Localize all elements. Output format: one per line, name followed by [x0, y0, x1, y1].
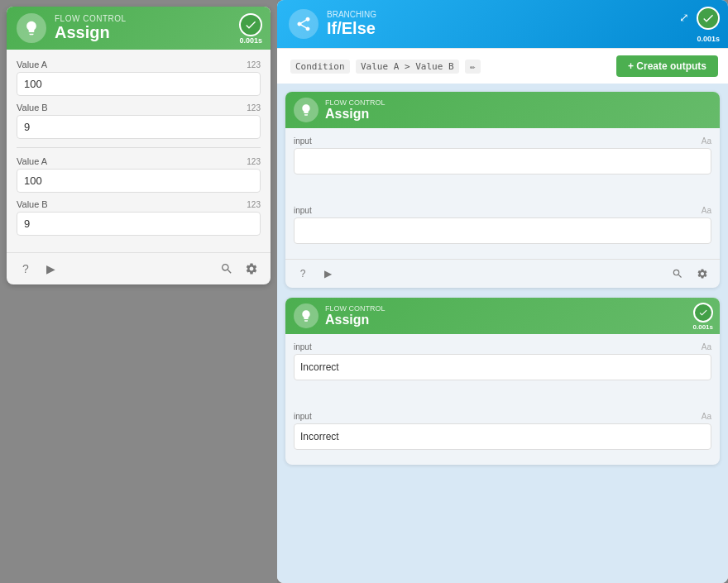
ifelse-badge-time: 0.001s	[697, 35, 720, 43]
inner-input-1a[interactable]	[294, 148, 711, 174]
value-a-input-1[interactable]	[17, 72, 261, 96]
inner-card-1-body: input Aa input Aa	[285, 128, 720, 259]
value-b-input-1[interactable]	[17, 115, 261, 139]
inner-card-1-label: Flow Control	[325, 98, 386, 107]
inner-card-1-footer: ? ▶	[285, 259, 720, 288]
field-group-2-value-b: Value B 123	[17, 199, 261, 236]
value-a-label-2: Value A	[17, 156, 47, 166]
footer-right	[218, 260, 261, 278]
inner-card-1-header: Flow Control Assign	[285, 92, 720, 128]
share-icon	[289, 9, 318, 39]
value-a-count-1: 123	[247, 60, 261, 69]
value-b-count-2: 123	[247, 200, 261, 209]
inner-card-1-title: Assign	[325, 107, 386, 122]
inner-spacer-1	[294, 181, 711, 206]
inner-card-2-label: Flow Control	[325, 304, 386, 313]
inner-hint-2a: Aa	[702, 342, 711, 351]
field-group-2-value-a: Value A 123	[17, 156, 261, 193]
create-outputs-button[interactable]: + Create outputs	[616, 55, 718, 77]
help-icon[interactable]: ?	[17, 260, 35, 278]
field-group-1-value-b: Value B 123	[17, 103, 261, 139]
value-a-label-1: Value A	[17, 60, 47, 69]
inner-hint-1a: Aa	[702, 136, 711, 146]
value-b-count-1: 123	[247, 103, 261, 112]
condition-text: Condition Value A > Value B ✏	[287, 60, 481, 72]
inner-field-2-b: input Aa	[294, 412, 711, 450]
left-card-header: Flow Control Assign 0.001s	[7, 7, 271, 50]
left-assign-card: Flow Control Assign 0.001s Value A 123 V…	[7, 7, 271, 284]
value-a-input-2[interactable]	[17, 169, 261, 193]
inner-field-1-a: input Aa	[294, 136, 711, 174]
lightbulb-icon	[17, 13, 46, 43]
play-icon-1[interactable]: ▶	[318, 265, 337, 283]
settings-icon[interactable]	[242, 260, 261, 278]
inner-assign-card-1: Flow Control Assign input Aa	[285, 92, 720, 288]
left-card-footer: ? ▶	[7, 252, 271, 284]
condition-value: Value A > Value B	[356, 60, 459, 74]
play-icon[interactable]: ▶	[41, 260, 60, 278]
inner-footer-left-1: ? ▶	[294, 265, 337, 283]
value-b-label-2: Value B	[17, 199, 48, 209]
inner-input-2a[interactable]	[294, 354, 711, 380]
ifelse-header-title: If/Else	[327, 19, 716, 38]
field-group-1-value-a: Value A 123	[17, 60, 261, 96]
condition-label: Condition	[290, 60, 350, 74]
inner-label-2b: input	[294, 412, 312, 421]
ifelse-card: Branching If/Else ⤢ 0.001s Condition Val…	[277, 0, 728, 583]
ifelse-header: Branching If/Else ⤢ 0.001s	[277, 0, 728, 48]
ifelse-check-badge	[697, 7, 720, 30]
inner-label-2a: input	[294, 342, 312, 351]
inner-input-1b[interactable]	[294, 217, 711, 244]
left-panel: Flow Control Assign 0.001s Value A 123 V…	[0, 0, 277, 583]
inner-card-2-header-text: Flow Control Assign	[325, 304, 386, 327]
lightbulb-icon-1	[294, 98, 318, 122]
inner-card-2-header: Flow Control Assign 0.001s	[285, 298, 720, 334]
value-b-label-1: Value B	[17, 103, 48, 112]
inner-card-2-check-badge	[693, 303, 713, 323]
check-badge	[239, 13, 262, 36]
help-icon-1[interactable]: ?	[294, 265, 312, 283]
lightbulb-icon-2	[294, 303, 318, 328]
inner-field-1-b: input Aa	[294, 206, 711, 244]
condition-edit-icon[interactable]: ✏	[465, 60, 481, 74]
condition-bar: Condition Value A > Value B ✏ + Create o…	[277, 48, 728, 84]
left-card-body: Value A 123 Value B 123 Value A 123	[7, 50, 271, 252]
inner-hint-2b: Aa	[702, 412, 711, 421]
inner-assign-card-2: Flow Control Assign 0.001s input Aa	[285, 298, 720, 465]
divider	[17, 147, 261, 148]
footer-left: ? ▶	[17, 260, 60, 278]
value-a-count-2: 123	[247, 157, 261, 166]
settings-icon-1[interactable]	[693, 265, 711, 283]
ifelse-header-text: Branching If/Else	[327, 10, 716, 38]
badge-time: 0.001s	[239, 36, 262, 45]
inner-label-1a: input	[294, 136, 312, 146]
inner-hint-1b: Aa	[702, 206, 711, 215]
search-icon[interactable]	[218, 260, 236, 278]
right-panel: Branching If/Else ⤢ 0.001s Condition Val…	[277, 0, 728, 583]
inner-footer-right-1	[668, 265, 711, 283]
inner-card-2-body: input Aa input Aa	[285, 334, 720, 465]
inner-input-2b[interactable]	[294, 423, 711, 450]
ifelse-header-label: Branching	[327, 10, 716, 19]
search-icon-1[interactable]	[668, 265, 687, 283]
value-b-input-2[interactable]	[17, 212, 261, 236]
left-card-header-text: Flow Control Assign	[55, 14, 261, 42]
inner-card-1-header-text: Flow Control Assign	[325, 98, 386, 122]
left-card-label: Flow Control	[55, 14, 261, 23]
collapse-icon[interactable]: ⤢	[675, 8, 693, 26]
left-card-title: Assign	[55, 23, 261, 42]
inner-field-2-a: input Aa	[294, 342, 711, 380]
right-panel-content: Flow Control Assign input Aa	[277, 84, 728, 583]
inner-card-2-title: Assign	[325, 313, 386, 327]
inner-label-1b: input	[294, 206, 312, 215]
inner-card-2-badge-time: 0.001s	[693, 323, 713, 331]
inner-spacer-2	[294, 387, 711, 412]
